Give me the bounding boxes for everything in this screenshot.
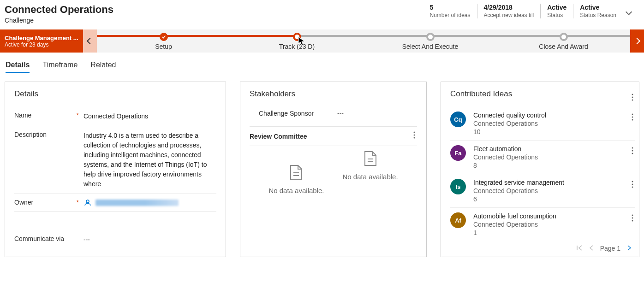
chevron-down-icon — [626, 9, 632, 15]
process-prev-button[interactable] — [83, 29, 97, 53]
form-tabs: Details Timeframe Related — [0, 53, 644, 73]
idea-avatar: Fa — [450, 145, 466, 161]
no-data-text: No data available. — [343, 173, 398, 181]
pager-prev-button[interactable] — [589, 245, 594, 252]
ideas-more-button[interactable] — [630, 94, 635, 103]
svg-point-16 — [632, 153, 633, 154]
stakeholders-panel: Stakeholders Challenge Sponsor --- Revie… — [240, 82, 427, 257]
committee-empty-state: No data available. No data available. — [250, 146, 417, 199]
header-expand-button[interactable] — [623, 4, 635, 20]
svg-point-14 — [632, 147, 633, 149]
svg-point-0 — [86, 200, 89, 203]
field-sponsor-label: Challenge Sponsor — [259, 110, 337, 117]
idea-title: Automobile fuel consumption — [473, 212, 630, 220]
more-vertical-icon — [632, 113, 633, 121]
person-icon — [83, 199, 92, 207]
field-name[interactable]: Name* Connected Operations — [14, 107, 216, 126]
tab-details[interactable]: Details — [6, 61, 30, 73]
stage-close-award[interactable]: Close And Award — [497, 32, 630, 50]
svg-point-19 — [632, 187, 633, 188]
field-description-value: Industry 4.0 is a term used to describe … — [83, 131, 216, 189]
svg-point-3 — [414, 137, 415, 139]
no-data-text: No data available. — [268, 187, 324, 194]
idea-more-button[interactable] — [630, 145, 635, 158]
field-communicate-via[interactable]: Communicate via --- — [14, 230, 216, 249]
svg-point-21 — [632, 217, 633, 219]
pager-first-button[interactable] — [576, 245, 583, 252]
review-committee-header: Review Committee — [250, 126, 417, 146]
stage-select-execute[interactable]: Select And Execute — [364, 32, 497, 50]
svg-point-22 — [632, 220, 633, 222]
required-icon: * — [77, 199, 83, 206]
stat-ideas-value: 5 — [429, 4, 470, 11]
svg-point-20 — [632, 215, 633, 216]
idea-title: Fleet automation — [473, 145, 630, 153]
stage-setup[interactable]: Setup — [97, 32, 230, 50]
document-icon — [290, 164, 303, 180]
ideas-panel-title: Contributed Ideas — [450, 89, 630, 99]
pager-next-button[interactable] — [627, 245, 632, 252]
field-owner[interactable]: Owner* — [14, 194, 216, 212]
idea-subtitle: Connected Operations — [473, 187, 630, 194]
ideas-list: CqConnected quality controlConnected Ope… — [450, 107, 635, 241]
process-next-button[interactable] — [630, 29, 644, 53]
review-committee-title: Review Committee — [250, 133, 307, 140]
stakeholders-panel-title: Stakeholders — [250, 89, 417, 99]
record-header: Connected Operations Challenge 5Number o… — [0, 0, 644, 29]
committee-more-button[interactable] — [411, 131, 417, 141]
svg-point-11 — [632, 114, 633, 115]
stat-reason-value: Active — [580, 4, 616, 11]
idea-row[interactable]: CqConnected quality controlConnected Ope… — [450, 107, 635, 141]
stat-status-label: Status — [547, 12, 566, 18]
idea-row[interactable]: IsIntegrated service managementConnected… — [450, 174, 635, 208]
more-vertical-icon — [413, 131, 415, 139]
idea-title: Connected quality control — [473, 112, 630, 119]
main-content: Details Name* Connected Operations Descr… — [0, 73, 644, 262]
details-panel: Details Name* Connected Operations Descr… — [5, 82, 226, 257]
document-icon — [364, 151, 377, 166]
idea-more-button[interactable] — [630, 212, 635, 225]
field-communicate-value: --- — [83, 235, 216, 245]
idea-more-button[interactable] — [630, 179, 635, 191]
process-flow-header[interactable]: Challenge Management ... Active for 23 d… — [0, 29, 83, 53]
svg-point-9 — [632, 96, 633, 98]
stat-status-value: Active — [547, 4, 566, 11]
ideas-panel: Contributed Ideas CqConnected quality co… — [441, 82, 639, 257]
stage-circle-icon — [560, 33, 568, 41]
field-communicate-label: Communicate via — [14, 235, 64, 242]
process-stages: Setup Track (23 D) Select And Execute Cl… — [97, 29, 630, 53]
svg-point-1 — [414, 132, 415, 133]
svg-point-17 — [632, 181, 633, 182]
ideas-pagination: Page 1 — [576, 245, 632, 252]
process-flow-duration: Active for 23 days — [5, 41, 78, 48]
idea-count: 6 — [473, 195, 630, 203]
svg-point-15 — [632, 150, 633, 152]
idea-row[interactable]: FaFleet automationConnected Operations8 — [450, 141, 635, 174]
svg-point-8 — [632, 94, 633, 95]
chevron-right-icon — [634, 38, 640, 44]
process-flow-name: Challenge Management ... — [5, 35, 78, 41]
idea-count: 10 — [473, 128, 630, 135]
first-page-icon — [576, 245, 583, 251]
idea-row[interactable]: AfAutomobile fuel consumptionConnected O… — [450, 208, 635, 241]
field-description-label: Description — [14, 131, 47, 138]
stage-track-stage[interactable]: Track (23 D) — [230, 32, 364, 50]
svg-point-12 — [632, 117, 633, 118]
field-sponsor-value: --- — [337, 110, 344, 117]
stat-reason-label: Status Reason — [580, 12, 616, 18]
idea-more-button[interactable] — [630, 112, 635, 124]
field-owner-label: Owner — [14, 199, 33, 206]
tab-timeframe[interactable]: Timeframe — [42, 61, 78, 73]
tab-related[interactable]: Related — [90, 61, 116, 73]
stat-ideas-label: Number of ideas — [429, 12, 470, 18]
idea-subtitle: Connected Operations — [473, 221, 630, 228]
svg-point-10 — [632, 99, 633, 100]
more-vertical-icon — [632, 147, 633, 154]
pager-page-label: Page 1 — [600, 245, 620, 252]
page-title: Connected Operations — [5, 4, 423, 16]
field-description[interactable]: Description Industry 4.0 is a term used … — [14, 126, 216, 194]
svg-point-18 — [632, 184, 633, 185]
field-challenge-sponsor[interactable]: Challenge Sponsor --- — [250, 107, 417, 126]
idea-avatar: Cq — [450, 112, 466, 127]
stage-circle-icon — [426, 33, 435, 41]
